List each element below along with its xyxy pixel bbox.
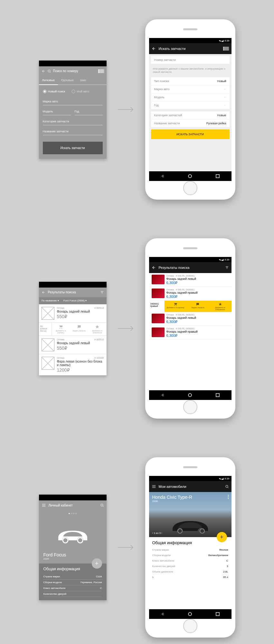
star-icon (218, 302, 222, 306)
thumbnail (152, 275, 165, 284)
svg-point-6 (188, 393, 192, 397)
chat-icon (196, 302, 200, 306)
nav-back-icon[interactable] (160, 612, 165, 616)
thumbnail-placeholder (42, 307, 54, 320)
result-item[interactable]: Оптика# 160300Фара левая (ксенон без бло… (39, 354, 107, 375)
car-name: Honda Civic Type-R (152, 495, 228, 500)
field-category[interactable]: Категория запчасти (43, 118, 103, 125)
add-favorite-button[interactable]: Добавить в избранное (209, 301, 231, 312)
row-category[interactable]: Категория запчастейНовые (151, 111, 230, 119)
ask-question-button[interactable]: Задать вопрос (70, 323, 88, 336)
tabs: Легковые Грузовые Шин (39, 76, 107, 85)
hint-text: Или укажите данные о вашем автомобиле, и… (149, 66, 231, 75)
result-item[interactable]: Оптика# 005510Фонарь задний левый550₽ (39, 336, 107, 354)
carousel-indicator: ● ○ ○ ○ (39, 510, 107, 517)
car-year: 2008 (152, 500, 228, 503)
back-icon (42, 69, 45, 73)
thumbnail-placeholder (42, 338, 54, 351)
arrow-icon (116, 319, 136, 338)
barcode-icon[interactable] (223, 47, 229, 51)
nav-back-icon[interactable] (160, 174, 165, 178)
svg-rect-7 (216, 393, 219, 397)
result-item[interactable]: Оптика# 546-RL-3406661Фонарь задний прав… (149, 326, 231, 340)
swipe-actions: 3406661правый Добавить в корзину Задать … (149, 301, 231, 312)
nav-recent-icon[interactable] (215, 174, 220, 178)
nav-back-icon[interactable] (160, 393, 165, 397)
menu-icon[interactable] (152, 484, 156, 489)
nav-recent-icon[interactable] (215, 393, 220, 397)
info-row: Объем двигателя2.0L (152, 569, 228, 574)
nav-bar (149, 171, 231, 181)
svg-rect-5 (216, 175, 219, 178)
filter-dropdown[interactable]: Ford Focus (2008) ▾ (63, 299, 87, 302)
star-icon (95, 325, 99, 329)
more-icon[interactable] (228, 495, 229, 499)
search-button[interactable]: Искать запчасти (43, 142, 103, 154)
car-hero[interactable]: Honda Civic Type-R 2008 ‹ 1 из 3 › + (149, 492, 231, 537)
nav-home-icon[interactable] (188, 174, 192, 178)
back-icon[interactable] (42, 290, 45, 294)
info-row: Б95 л (152, 574, 228, 580)
add-button[interactable]: + (217, 532, 227, 542)
page-title: Результаты поиска (48, 290, 76, 294)
row-brand[interactable]: Марка авто (151, 85, 230, 93)
sort-dropdown[interactable]: По названию ▾ (42, 299, 59, 302)
info-row: Класс автомобиляC (152, 558, 228, 564)
result-item[interactable]: Оптика# 546-RL-3406661Фонарь задний левы… (149, 312, 231, 326)
radio-on-icon (43, 90, 47, 93)
barcode-icon[interactable] (98, 69, 104, 73)
status-bar: ▾▴◢4:39 (149, 38, 231, 43)
search-icon[interactable] (100, 503, 104, 507)
info-row: Страна маркиСША (43, 574, 102, 580)
field-year[interactable]: Год (75, 108, 103, 115)
info-row: Количество дверей (43, 591, 102, 597)
search-bar[interactable]: Поиск по номеру (39, 66, 107, 76)
svg-point-11 (226, 485, 228, 488)
swipe-actions: 00ксенон без ы) Добавить в корзину Задат… (39, 323, 107, 336)
row-part-name[interactable]: Название запчастиРулевая рейка (151, 119, 230, 128)
info-row: Количество дверей3 (152, 564, 228, 569)
back-icon[interactable] (152, 265, 156, 270)
svg-point-15 (228, 497, 229, 497)
row-model[interactable]: Модель (151, 93, 230, 101)
add-favorite-button[interactable]: Добавить в избранное (88, 323, 107, 336)
row-search-type[interactable]: Тип поискаНовый (151, 77, 230, 85)
ask-question-button[interactable]: Задать вопрос (187, 301, 209, 312)
wireframe-search: Поиск по номеру Легковые Грузовые Шин Но… (39, 61, 107, 159)
search-icon[interactable] (225, 485, 229, 488)
row-year[interactable]: Год (151, 101, 230, 109)
svg-point-16 (228, 498, 229, 499)
add-to-cart-button[interactable]: Добавить в корзину (165, 301, 187, 312)
nav-home-icon[interactable] (188, 612, 192, 616)
add-to-cart-button[interactable]: Добавить в корзину (52, 323, 70, 336)
filter-icon[interactable] (100, 290, 104, 294)
field-name[interactable]: Название запчасти (43, 128, 103, 135)
nav-home-icon[interactable] (188, 393, 192, 397)
result-item[interactable]: Оптика# 005510Фонарь задний левый550₽ (39, 304, 107, 323)
result-item[interactable]: Оптика# 546-RL-3406661Фонарь задний прав… (149, 287, 231, 301)
field-brand[interactable]: Марка авто (43, 98, 103, 105)
back-icon[interactable] (152, 46, 156, 51)
result-item[interactable]: Оптика# 546-RL-3406661Фонарь задний левы… (149, 273, 231, 287)
svg-point-10 (78, 538, 83, 543)
chevron-down-icon (223, 96, 226, 99)
filter-icon[interactable] (225, 266, 229, 270)
tab-tires[interactable]: Шин (77, 76, 89, 84)
field-model[interactable]: Модель (43, 108, 71, 115)
car-image (39, 517, 107, 552)
page-title: Мои автомобили (159, 485, 186, 488)
nav-bar (149, 390, 231, 400)
tab-trucks[interactable]: Грузовые (58, 76, 77, 84)
menu-icon[interactable] (42, 503, 46, 507)
part-number-input[interactable]: Номер запчасти (151, 56, 230, 64)
nav-recent-icon[interactable] (215, 612, 220, 616)
svg-point-13 (200, 529, 204, 533)
tab-cars[interactable]: Легковые (39, 76, 58, 85)
radio-new-search[interactable]: Новый поиск (43, 90, 65, 93)
svg-point-9 (63, 538, 68, 543)
radio-my-car[interactable]: Мой авто (71, 90, 89, 93)
add-button[interactable]: + (92, 558, 102, 569)
thumbnail (152, 289, 165, 298)
search-button[interactable]: ИСКАТЬ ЗАПЧАСТИ (151, 129, 230, 139)
page-title: Личный кабинет (49, 504, 73, 507)
